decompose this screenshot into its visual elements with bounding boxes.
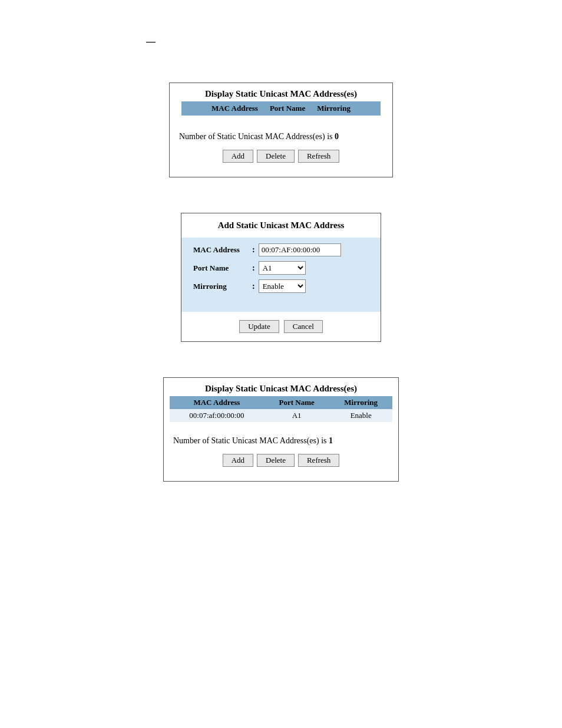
panel2-table-header: MAC Address Port Name Mirroring xyxy=(170,396,392,409)
panel1-body: Number of Static Unicast MAC Address(es)… xyxy=(170,118,392,177)
table-cell-mac: 00:07:af:00:00:00 xyxy=(170,409,264,422)
panel2-button-row: Add Delete Refresh xyxy=(173,454,389,473)
panel1-refresh-button[interactable]: Refresh xyxy=(298,150,339,163)
mac-address-row: MAC Address : xyxy=(193,243,369,256)
panel2-delete-button[interactable]: Delete xyxy=(257,454,295,467)
panel2-header-mac: MAC Address xyxy=(170,396,264,409)
mirroring-label: Mirroring xyxy=(193,282,252,291)
mirroring-row: Mirroring : Enable Disable xyxy=(193,279,369,293)
port-name-select[interactable]: A1 A2 A3 A4 B1 B2 xyxy=(259,261,306,275)
update-button[interactable]: Update xyxy=(239,320,279,333)
panel2-add-button[interactable]: Add xyxy=(223,454,253,467)
panel2-table: MAC Address Port Name Mirroring 00:07:af… xyxy=(170,396,392,422)
panel2-header-mirroring: Mirroring xyxy=(329,396,392,409)
panel1-add-button[interactable]: Add xyxy=(223,150,253,163)
mirroring-select[interactable]: Enable Disable xyxy=(259,279,306,293)
form-spacer xyxy=(193,298,369,306)
panel1-title: Display Static Unicast MAC Address(es) xyxy=(170,83,392,101)
panel1-delete-button[interactable]: Delete xyxy=(257,150,295,163)
add-panel-buttons: Update Cancel xyxy=(181,312,381,341)
port-colon: : xyxy=(252,263,255,273)
display-panel-1: Display Static Unicast MAC Address(es) M… xyxy=(169,83,393,177)
panel2-body: Number of Static Unicast MAC Address(es)… xyxy=(164,422,398,481)
table-row: 00:07:af:00:00:00 A1 Enable xyxy=(170,409,392,422)
add-panel-form: MAC Address : Port Name : A1 A2 A3 A4 B1… xyxy=(181,238,381,312)
panel1-button-row: Add Delete Refresh xyxy=(179,150,383,169)
panel1-header-mirroring: Mirroring xyxy=(311,103,356,114)
panel1-count-text: Number of Static Unicast MAC Address(es)… xyxy=(179,132,383,141)
panel2-header-port: Port Name xyxy=(264,396,330,409)
table-cell-port: A1 xyxy=(264,409,330,422)
table-cell-mirroring: Enable xyxy=(329,409,392,422)
add-panel: Add Static Unicast MAC Address MAC Addre… xyxy=(181,213,381,342)
port-name-label: Port Name xyxy=(193,263,252,273)
panel2-title: Display Static Unicast MAC Address(es) xyxy=(164,378,398,396)
cancel-button[interactable]: Cancel xyxy=(284,320,323,333)
panel2-count-text: Number of Static Unicast MAC Address(es)… xyxy=(173,436,389,446)
mac-colon: : xyxy=(252,245,255,255)
add-panel-title: Add Static Unicast MAC Address xyxy=(181,213,381,238)
display-panel-2: Display Static Unicast MAC Address(es) M… xyxy=(163,377,399,482)
panel2-refresh-button[interactable]: Refresh xyxy=(298,454,339,467)
mirroring-colon: : xyxy=(252,282,255,291)
panel1-header-mac: MAC Address xyxy=(206,103,264,114)
port-name-row: Port Name : A1 A2 A3 A4 B1 B2 xyxy=(193,261,369,275)
mac-address-label: MAC Address xyxy=(193,245,252,255)
minus-icon: — xyxy=(146,37,156,47)
mac-address-input[interactable] xyxy=(259,243,341,256)
panel1-header-row: MAC Address Port Name Mirroring xyxy=(181,101,381,116)
panel1-header-port: Port Name xyxy=(264,103,311,114)
